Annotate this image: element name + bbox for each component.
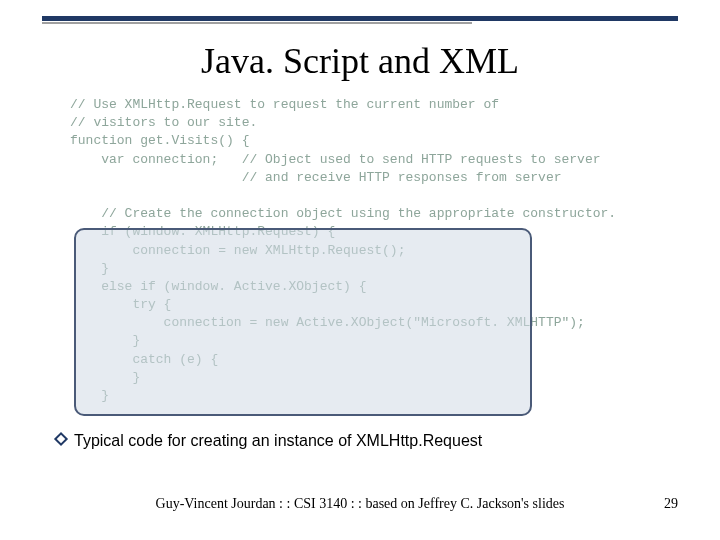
slide-title: Java. Script and XML: [0, 40, 720, 82]
header-bar: [42, 16, 678, 21]
footer-text: Guy-Vincent Jourdan : : CSI 3140 : : bas…: [0, 496, 720, 512]
bullet-icon: [54, 432, 68, 446]
highlight-box: [74, 228, 532, 416]
caption-text: Typical code for creating an instance of…: [74, 432, 482, 450]
page-number: 29: [664, 496, 678, 512]
header-accent: [42, 22, 472, 24]
